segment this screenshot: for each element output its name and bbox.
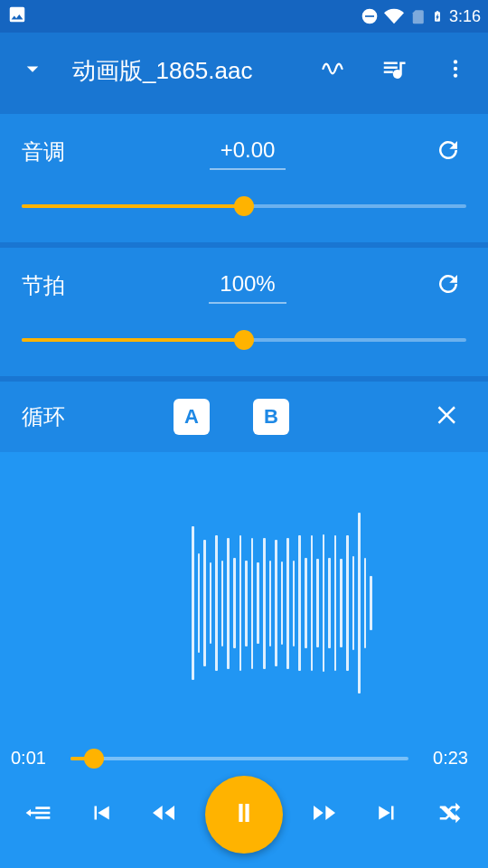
- waveform-bar: [198, 553, 201, 653]
- waveform-bar: [269, 561, 272, 646]
- pitch-panel: 音调 +0.00: [0, 114, 488, 242]
- shuffle-button[interactable]: [428, 793, 472, 836]
- waveform-bar: [275, 540, 277, 666]
- progress-thumb: [84, 749, 104, 769]
- fast-forward-icon: [310, 798, 339, 831]
- loop-panel: 循环 A B: [0, 382, 488, 452]
- progress-track: [70, 757, 408, 760]
- skip-next-button[interactable]: [365, 793, 408, 836]
- pitch-value-text: +0.00: [210, 134, 286, 170]
- app-bar: 动画版_1865.aac: [0, 33, 488, 108]
- waveform-bar: [364, 558, 367, 648]
- waveform-bar: [227, 538, 230, 669]
- tempo-panel: 节拍 100%: [0, 248, 488, 376]
- waveform-bar: [316, 559, 319, 647]
- status-right: 3:16: [361, 6, 481, 26]
- shuffle-icon: [436, 799, 464, 830]
- more-vert-icon: [444, 57, 467, 84]
- waveform-bar: [298, 535, 301, 671]
- status-time: 3:16: [449, 7, 481, 26]
- waveform-bar: [245, 561, 248, 646]
- waveform-bar: [192, 526, 194, 680]
- refresh-icon: [435, 137, 462, 167]
- skip-previous-button[interactable]: [80, 793, 123, 836]
- waveform-button[interactable]: [311, 49, 354, 92]
- queue-button[interactable]: [372, 49, 416, 92]
- add-to-queue-button[interactable]: [16, 793, 60, 836]
- svg-rect-1: [365, 15, 374, 17]
- tempo-value[interactable]: 100%: [65, 268, 430, 304]
- loop-close-button[interactable]: [430, 401, 466, 432]
- refresh-icon: [435, 270, 462, 301]
- waveform-bar: [311, 535, 314, 671]
- status-left: [7, 5, 27, 29]
- skip-previous-icon: [88, 799, 115, 830]
- rewind-button[interactable]: [142, 793, 185, 836]
- waveform-bar: [334, 535, 337, 671]
- dnd-icon: [361, 7, 379, 25]
- waveform-visual: [192, 508, 372, 698]
- waveform-bar: [305, 558, 307, 648]
- slider-fill: [22, 204, 244, 208]
- pitch-label: 音调: [22, 137, 65, 166]
- pitch-slider[interactable]: [22, 192, 466, 221]
- tempo-label: 节拍: [22, 271, 65, 300]
- pause-icon: [229, 797, 259, 832]
- wifi-icon: [384, 6, 404, 26]
- player-area: 0:01 0:23: [0, 452, 488, 868]
- playlist-add-icon: [23, 798, 52, 831]
- collapse-button[interactable]: [11, 49, 54, 92]
- waveform-bar: [257, 562, 259, 644]
- picture-icon: [7, 5, 27, 29]
- chevron-down-icon: [19, 55, 46, 86]
- loop-label: 循环: [22, 402, 130, 431]
- tempo-reset-button[interactable]: [430, 264, 466, 307]
- elapsed-time: 0:01: [11, 748, 58, 769]
- forward-button[interactable]: [303, 793, 346, 836]
- waveform-bar: [251, 538, 254, 669]
- waveform-bar: [215, 535, 218, 671]
- slider-fill: [22, 338, 244, 342]
- wave-icon: [320, 56, 345, 85]
- pitch-reset-button[interactable]: [430, 130, 466, 174]
- no-sim-icon: [409, 7, 426, 25]
- play-pause-button[interactable]: [205, 776, 283, 854]
- waveform-bar: [263, 538, 266, 669]
- waveform-bar: [233, 558, 236, 648]
- waveform-bar: [346, 535, 349, 671]
- slider-thumb: [234, 330, 254, 350]
- waveform-bar: [210, 562, 212, 644]
- transport-controls: [0, 776, 488, 854]
- progress-row: 0:01 0:23: [11, 748, 468, 769]
- close-icon: [435, 401, 462, 432]
- loop-a-button[interactable]: A: [174, 399, 210, 435]
- pitch-value[interactable]: +0.00: [65, 134, 430, 170]
- fast-rewind-icon: [149, 798, 178, 831]
- queue-music-icon: [380, 55, 408, 86]
- waveform-bar: [328, 558, 331, 648]
- progress-slider[interactable]: [70, 750, 408, 768]
- loop-b-button[interactable]: B: [253, 399, 289, 435]
- more-button[interactable]: [434, 49, 477, 92]
- battery-charging-icon: [431, 6, 444, 26]
- waveform-bar: [358, 513, 361, 693]
- waveform-bar: [323, 534, 325, 672]
- tempo-value-text: 100%: [209, 268, 286, 304]
- total-time: 0:23: [421, 748, 468, 769]
- slider-thumb: [234, 196, 254, 216]
- waveform-bar: [352, 556, 355, 650]
- waveform-bar: [281, 561, 284, 645]
- waveform-bar: [203, 540, 206, 666]
- waveform-bar: [221, 561, 224, 646]
- status-bar: 3:16: [0, 0, 488, 33]
- waveform-bar: [239, 535, 242, 671]
- waveform-bar: [370, 576, 372, 630]
- svg-point-4: [454, 73, 457, 77]
- waveform-bar: [340, 559, 343, 647]
- waveform-bar: [293, 561, 296, 646]
- skip-next-icon: [373, 799, 400, 830]
- svg-point-3: [454, 67, 457, 71]
- tempo-slider[interactable]: [22, 326, 466, 354]
- waveform-bar: [286, 538, 289, 669]
- svg-point-2: [454, 60, 457, 63]
